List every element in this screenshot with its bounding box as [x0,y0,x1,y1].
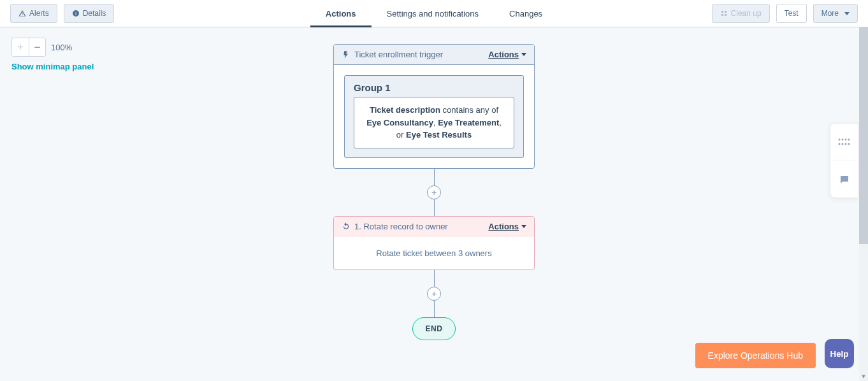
cleanup-button[interactable]: Clean up [712,4,770,23]
svg-point-5 [842,143,844,145]
add-step-button[interactable]: + [427,287,441,301]
action-card-body: Rotate ticket between 3 owners [334,237,534,270]
alerts-button[interactable]: Alerts [10,4,57,23]
tab-changes-label: Changes [509,9,542,18]
details-button[interactable]: Details [64,4,115,23]
tab-changes[interactable]: Changes [494,0,558,27]
explore-operations-hub-button[interactable]: Explore Operations Hub [695,343,816,368]
action-card[interactable]: 1. Rotate record to owner Actions Rotate… [333,216,535,270]
action-card-header: 1. Rotate record to owner Actions [334,217,534,237]
caret-down-icon [521,53,526,56]
connector-line [434,169,435,185]
show-minimap-link[interactable]: Show minimap panel [11,62,94,71]
svg-point-4 [839,143,841,145]
action-actions-label: Actions [488,222,519,231]
zoom-in-button[interactable]: + [12,38,29,56]
connector-line [434,270,435,287]
trigger-actions-menu[interactable]: Actions [488,50,526,59]
svg-point-0 [839,139,841,141]
header-right: Clean up Test More [712,4,858,23]
filter-group[interactable]: Group 1 Ticket description contains any … [344,75,524,158]
scrollbar-thumb[interactable] [859,27,868,244]
svg-point-7 [848,143,850,145]
flash-icon [342,50,351,59]
workflow-canvas[interactable]: + − 100% Show minimap panel Ticket enrol… [0,27,868,381]
warning-icon [18,10,26,17]
filter-val-3: Eye Test Results [406,130,472,140]
alerts-label: Alerts [29,9,49,18]
connector-line [434,301,435,317]
tab-actions-label: Actions [326,9,356,18]
trigger-card-header: Ticket enrollment trigger Actions [334,45,534,65]
filter-val-1: Eye Consultancy [366,118,433,127]
trigger-card-body: Group 1 Ticket description contains any … [334,65,534,168]
details-label: Details [83,9,106,18]
zoom-level: 100% [51,43,72,52]
tabs: Actions Settings and notifications Chang… [310,0,558,27]
test-button[interactable]: Test [776,4,807,23]
filter-mid: contains any of [440,105,498,115]
svg-point-6 [845,143,847,145]
tab-settings[interactable]: Settings and notifications [372,0,495,27]
connector-line [434,199,435,216]
rotate-icon [342,222,351,231]
action-title: 1. Rotate record to owner [354,222,448,231]
filter-rule[interactable]: Ticket description contains any of Eye C… [354,97,514,148]
scroll-down-arrow[interactable]: ▼ [859,372,868,381]
svg-point-2 [845,139,847,141]
add-step-button[interactable]: + [427,185,441,199]
end-badge: END [412,317,456,340]
cleanup-label: Clean up [731,9,762,18]
filter-field: Ticket description [370,105,440,115]
filter-val-2: Eye Treatement [438,118,499,127]
svg-point-1 [842,139,844,141]
trigger-card[interactable]: Ticket enrollment trigger Actions Group … [333,44,535,169]
keypad-icon[interactable] [830,124,858,161]
caret-down-icon [844,12,850,15]
tools-rail [830,123,859,198]
zoom-out-button[interactable]: − [29,38,45,56]
zoom-button-group: + − [11,38,46,57]
test-label: Test [785,9,799,18]
workflow-flow: Ticket enrollment trigger Actions Group … [333,44,535,340]
more-button[interactable]: More [813,4,858,23]
header-left: Alerts Details [10,4,114,23]
header-bar: Alerts Details Actions Settings and noti… [0,0,868,27]
trigger-title: Ticket enrollment trigger [354,50,443,59]
help-button[interactable]: Help [825,339,854,368]
comment-icon[interactable] [830,161,858,198]
svg-point-3 [848,139,850,141]
filter-group-title: Group 1 [345,76,523,97]
more-label: More [821,9,839,18]
trigger-actions-label: Actions [488,50,519,59]
vertical-scrollbar[interactable]: ▲ ▼ [859,27,868,381]
zoom-controls: + − 100% [11,38,72,57]
info-icon [72,10,80,17]
tab-settings-label: Settings and notifications [387,9,479,18]
cleanup-icon [720,10,728,17]
caret-down-icon [521,225,526,228]
action-actions-menu[interactable]: Actions [488,222,526,231]
tab-actions[interactable]: Actions [310,0,372,27]
